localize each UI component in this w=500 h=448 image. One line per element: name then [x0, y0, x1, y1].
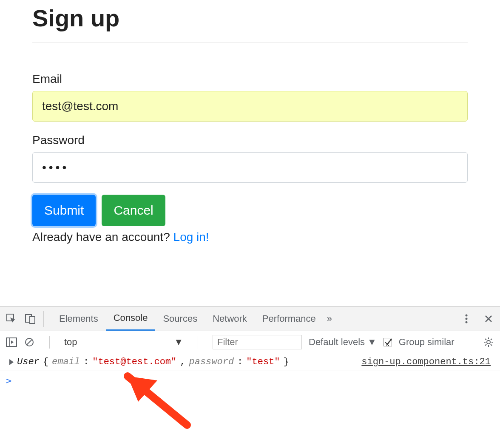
console-filter-input[interactable]: [213, 335, 302, 349]
execution-context-label: top: [64, 337, 77, 348]
inspect-element-icon[interactable]: [6, 313, 17, 324]
tabs-overflow-icon[interactable]: »: [327, 313, 332, 324]
tab-elements[interactable]: Elements: [51, 306, 106, 331]
password-input[interactable]: [32, 152, 468, 183]
dropdown-caret-icon: ▼: [174, 337, 183, 348]
kebab-menu-icon[interactable]: [461, 313, 472, 324]
group-similar-checkbox[interactable]: [384, 338, 392, 346]
dropdown-caret-icon: ▼: [367, 337, 377, 348]
console-toolbar: top ▼ Default levels ▼ Group similar: [0, 331, 500, 353]
password-label: Password: [32, 133, 468, 147]
page-title: Sign up: [32, 4, 468, 32]
svg-point-8: [487, 340, 490, 344]
log-val-email: "test@test.com": [92, 357, 176, 367]
email-label: Email: [32, 72, 468, 86]
log-source-link[interactable]: sign-up.component.ts:21: [361, 357, 491, 367]
tab-network[interactable]: Network: [205, 306, 255, 331]
svg-point-4: [466, 318, 468, 320]
log-levels-dropdown[interactable]: Default levels ▼: [309, 337, 377, 348]
devtools-tabbar: Elements Console Sources Network Perform…: [0, 306, 500, 331]
divider: [32, 42, 468, 43]
log-key-password: password: [189, 357, 234, 367]
console-sidebar-toggle-icon[interactable]: [6, 337, 17, 348]
log-close-brace: }: [284, 357, 289, 367]
tab-sources[interactable]: Sources: [155, 306, 205, 331]
log-open-brace: {: [43, 357, 48, 367]
console-settings-icon[interactable]: [483, 337, 494, 348]
device-toolbar-icon[interactable]: [25, 313, 36, 324]
tab-performance[interactable]: Performance: [255, 306, 324, 331]
already-have-account-text: Already have an account?: [32, 230, 173, 244]
log-class-name: User: [17, 357, 40, 367]
submit-button[interactable]: Submit: [32, 195, 96, 226]
log-levels-label: Default levels: [309, 337, 365, 348]
email-input[interactable]: [32, 91, 468, 122]
console-prompt[interactable]: >: [0, 371, 500, 390]
log-comma: ,: [180, 357, 185, 367]
close-devtools-icon[interactable]: [483, 313, 494, 324]
cancel-button[interactable]: Cancel: [102, 195, 165, 226]
log-val-password: "test": [246, 357, 280, 367]
log-colon: :: [237, 357, 243, 367]
svg-point-3: [466, 314, 468, 316]
devtools-panel: Elements Console Sources Network Perform…: [0, 306, 500, 390]
svg-point-5: [466, 321, 468, 323]
svg-rect-2: [30, 317, 35, 323]
tab-console[interactable]: Console: [106, 306, 156, 331]
execution-context-selector[interactable]: top ▼: [64, 337, 183, 348]
log-colon: :: [83, 357, 89, 367]
login-link[interactable]: Log in!: [173, 230, 209, 244]
group-similar-label: Group similar: [399, 337, 455, 348]
console-log-row[interactable]: User { email : "test@test.com" , passwor…: [0, 353, 500, 371]
expand-triangle-icon[interactable]: [9, 359, 14, 365]
log-key-email: email: [52, 357, 80, 367]
clear-console-icon[interactable]: [24, 337, 35, 348]
